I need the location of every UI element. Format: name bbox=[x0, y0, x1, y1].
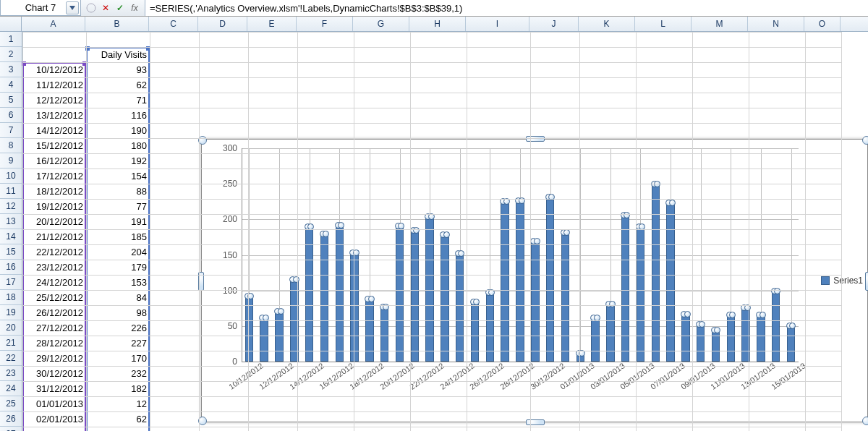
chart-bar[interactable] bbox=[336, 225, 344, 362]
row-header-11[interactable]: 11 bbox=[0, 184, 22, 199]
row-header-3[interactable]: 3 bbox=[0, 62, 22, 77]
chart-resize-handle[interactable] bbox=[862, 417, 868, 425]
column-header-H[interactable]: H bbox=[409, 17, 466, 31]
cell[interactable]: 22/12/2012 bbox=[22, 244, 86, 260]
chart-bar[interactable] bbox=[516, 200, 524, 362]
cell[interactable]: 24/12/2012 bbox=[22, 275, 86, 290]
column-header-C[interactable]: C bbox=[149, 17, 198, 31]
cell[interactable]: 21/12/2012 bbox=[22, 229, 86, 244]
cell[interactable]: 18/12/2012 bbox=[22, 184, 86, 199]
row-header-1[interactable]: 1 bbox=[0, 32, 22, 47]
cell[interactable]: 20/12/2012 bbox=[22, 214, 86, 229]
chart-bar[interactable] bbox=[275, 311, 283, 362]
cell[interactable]: 03/01/2013 bbox=[22, 427, 86, 431]
fn-wizard-icon[interactable] bbox=[84, 1, 98, 15]
row-header-8[interactable]: 8 bbox=[0, 138, 22, 153]
chart-bar[interactable] bbox=[350, 252, 358, 362]
cell[interactable]: 62 bbox=[86, 411, 150, 427]
cell[interactable]: 170 bbox=[86, 351, 150, 366]
chart-legend[interactable]: Series1 bbox=[821, 276, 863, 286]
chart-bar[interactable] bbox=[576, 353, 584, 362]
column-header-J[interactable]: J bbox=[529, 17, 579, 31]
cell[interactable]: 23/12/2012 bbox=[22, 260, 86, 275]
chart-bar[interactable] bbox=[666, 202, 674, 362]
chart-resize-handle[interactable] bbox=[526, 136, 545, 142]
formula-input[interactable]: =SERIES(,'Analytics Overview.xlsm'!Label… bbox=[145, 0, 868, 16]
column-header-N[interactable]: N bbox=[748, 17, 804, 31]
row-header-16[interactable]: 16 bbox=[0, 260, 22, 275]
chart-bar[interactable] bbox=[380, 307, 388, 362]
chart-resize-handle[interactable] bbox=[865, 272, 868, 291]
column-header-I[interactable]: I bbox=[466, 17, 529, 31]
column-header-G[interactable]: G bbox=[353, 17, 409, 31]
cell[interactable]: 28/12/2012 bbox=[22, 336, 86, 351]
column-header-F[interactable]: F bbox=[297, 17, 353, 31]
chart-bar[interactable] bbox=[425, 216, 433, 362]
cell[interactable]: 12 bbox=[86, 396, 150, 411]
row-header-4[interactable]: 4 bbox=[0, 77, 22, 93]
row-header-26[interactable]: 26 bbox=[0, 411, 22, 427]
chart-bar[interactable] bbox=[697, 324, 705, 362]
row-header-20[interactable]: 20 bbox=[0, 320, 22, 336]
chart-resize-handle[interactable] bbox=[862, 136, 868, 145]
row-header-5[interactable]: 5 bbox=[0, 93, 22, 108]
cell[interactable]: 02/01/2013 bbox=[22, 411, 86, 427]
cell[interactable]: 26/12/2012 bbox=[22, 305, 86, 320]
cancel-icon[interactable]: ✕ bbox=[98, 1, 113, 15]
row-header-15[interactable]: 15 bbox=[0, 244, 22, 260]
row-header-25[interactable]: 25 bbox=[0, 396, 22, 411]
cell[interactable]: 10/12/2012 bbox=[22, 62, 86, 77]
row-header-22[interactable]: 22 bbox=[0, 351, 22, 366]
row-header-12[interactable]: 12 bbox=[0, 199, 22, 214]
fx-icon[interactable]: fx bbox=[127, 1, 142, 15]
cell[interactable]: 227 bbox=[86, 336, 150, 351]
cell[interactable]: 84 bbox=[86, 290, 150, 305]
chart-bar[interactable] bbox=[456, 253, 464, 362]
column-header-O[interactable]: O bbox=[804, 17, 841, 31]
cell[interactable]: 192 bbox=[86, 153, 150, 168]
cells-area[interactable]: 050100150200250300 10/12/201212/12/20121… bbox=[22, 32, 868, 431]
cell[interactable]: 14/12/2012 bbox=[22, 123, 86, 138]
row-header-18[interactable]: 18 bbox=[0, 290, 22, 305]
chart-bar[interactable] bbox=[787, 325, 795, 362]
confirm-icon[interactable]: ✓ bbox=[113, 1, 127, 15]
name-box-dropdown-icon[interactable] bbox=[66, 1, 79, 14]
chart-resize-handle[interactable] bbox=[526, 419, 545, 425]
chart-bar[interactable] bbox=[471, 302, 479, 362]
row-header-23[interactable]: 23 bbox=[0, 366, 22, 381]
chart-bar[interactable] bbox=[591, 317, 599, 362]
chart-object[interactable]: 050100150200250300 10/12/201212/12/20121… bbox=[201, 139, 868, 422]
column-header-B[interactable]: B bbox=[85, 17, 149, 31]
cell[interactable]: 71 bbox=[86, 93, 150, 108]
row-header-21[interactable]: 21 bbox=[0, 336, 22, 351]
cell[interactable]: 204 bbox=[86, 244, 150, 260]
cell[interactable]: 191 bbox=[86, 214, 150, 229]
row-header-7[interactable]: 7 bbox=[0, 123, 22, 138]
row-header-14[interactable]: 14 bbox=[0, 229, 22, 244]
cell[interactable]: 29/12/2012 bbox=[22, 351, 86, 366]
cell[interactable]: 16/12/2012 bbox=[22, 153, 86, 168]
row-header-2[interactable]: 2 bbox=[0, 47, 22, 62]
name-box[interactable]: Chart 7 bbox=[0, 0, 81, 16]
cell[interactable]: 81 bbox=[86, 427, 150, 431]
chart-bar[interactable] bbox=[681, 314, 689, 362]
chart-bar[interactable] bbox=[305, 226, 313, 362]
chart-bar[interactable] bbox=[411, 230, 419, 362]
cell[interactable]: 180 bbox=[86, 138, 150, 153]
cell[interactable]: 19/12/2012 bbox=[22, 199, 86, 214]
column-header-D[interactable]: D bbox=[198, 17, 247, 31]
chart-bar[interactable] bbox=[727, 315, 735, 362]
cell[interactable]: 77 bbox=[86, 199, 150, 214]
chart-bar[interactable] bbox=[501, 201, 509, 362]
cell[interactable]: Daily Visits bbox=[86, 47, 150, 62]
cell[interactable]: 93 bbox=[86, 62, 150, 77]
chart-bar[interactable] bbox=[320, 234, 328, 362]
chart-bar[interactable] bbox=[546, 197, 554, 362]
cell[interactable]: 31/12/2012 bbox=[22, 381, 86, 396]
column-header-A[interactable]: A bbox=[22, 17, 85, 31]
cell[interactable]: 12/12/2012 bbox=[22, 93, 86, 108]
chart-bar[interactable] bbox=[712, 330, 720, 362]
select-all-corner[interactable] bbox=[0, 17, 22, 31]
chart-bar[interactable] bbox=[365, 299, 373, 362]
column-header-K[interactable]: K bbox=[579, 17, 635, 31]
